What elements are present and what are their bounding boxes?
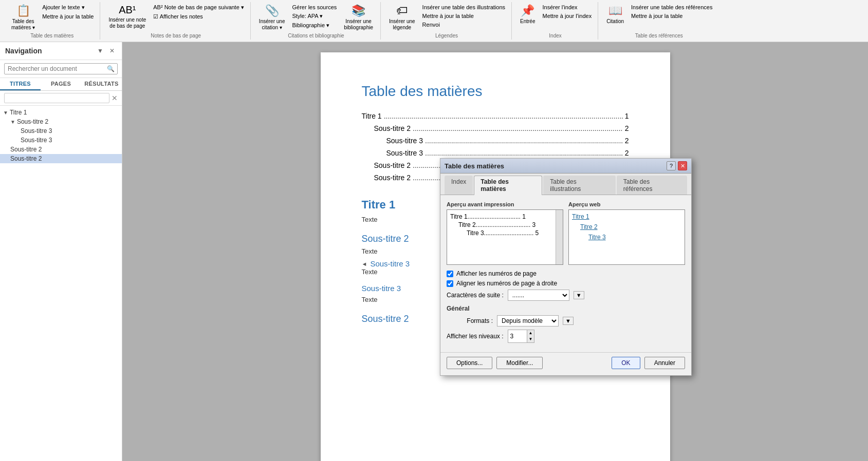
ribbon-btn-gerer-sources[interactable]: Gérer les sources [290, 3, 339, 11]
ribbon: 📋 Table desmatières ▾ Ajouter le texte ▾… [0, 0, 868, 42]
web-link-titre1[interactable]: Titre 1 [572, 213, 681, 220]
checkbox-align-right[interactable] [447, 280, 453, 287]
checkbox-page-numbers[interactable] [447, 271, 453, 277]
ribbon-btn-citation-ref[interactable]: 📖 Citation [603, 3, 627, 26]
ribbon-group-citations-label: Citations et bibliographie [288, 33, 344, 39]
ribbon-btn-toc-label: Table desmatières ▾ [11, 18, 35, 31]
ribbon-btn-maj-index[interactable]: Mettre à jour l'index [540, 12, 594, 20]
dialog-levels-row: Afficher les niveaux : ▲ ▼ [447, 330, 685, 343]
dialog-caracteres-row: Caractères de suite : ....... ------- __… [447, 290, 685, 301]
nav-tab-resultats[interactable]: RÉSULTATS [81, 78, 122, 90]
nav-minimize-btn[interactable]: ▼ [95, 46, 105, 55]
levels-spin-up[interactable]: ▲ [527, 330, 534, 336]
nav-search-input[interactable] [4, 63, 118, 74]
tree-item-soustitre3-1[interactable]: Sous-titre 3 [0, 126, 122, 136]
nav-filter-input[interactable] [4, 93, 109, 103]
ribbon-group-notes: AB¹ Insérer une notede bas de page AB² N… [101, 2, 250, 40]
ok-button[interactable]: OK [612, 357, 640, 369]
dialog-titlebar: Table des matières ? ✕ [440, 159, 691, 174]
citation-ref-icon: 📖 [608, 4, 622, 17]
nav-tab-pages[interactable]: PAGES [41, 78, 81, 90]
ribbon-btn-afficher-notes[interactable]: ☑ Afficher les notes [151, 12, 246, 21]
modifier-button[interactable]: Modifier... [496, 357, 543, 369]
formats-label: Formats : [447, 317, 493, 324]
nav-tabs: TITRES PAGES RÉSULTATS [0, 78, 122, 91]
ribbon-group-legendes-label: Légendes [435, 33, 458, 39]
ribbon-btn-bibliographie[interactable]: Bibliographie ▾ [290, 21, 339, 30]
web-link-titre3[interactable]: Titre 3 [572, 234, 681, 241]
nav-search: 🔍 [0, 60, 122, 78]
ribbon-group-toc: 📋 Table desmatières ▾ Ajouter le texte ▾… [4, 2, 100, 40]
dialog-print-preview-label: Aperçu avant impression [447, 201, 563, 207]
levels-input[interactable] [508, 330, 527, 342]
ribbon-btn-note-suivante[interactable]: AB² Note de bas de page suivante ▾ [151, 3, 246, 12]
dialog-print-preview-box: Titre 1............................... 1… [447, 209, 563, 265]
legende-icon: 🏷 [396, 4, 408, 17]
ribbon-btn-toc[interactable]: 📋 Table desmatières ▾ [8, 3, 38, 32]
tree-item-soustitre3-2[interactable]: Sous-titre 3 [0, 136, 122, 145]
ribbon-btn-inserer-table-ref[interactable]: Insérer une table des références [629, 3, 714, 11]
ribbon-btn-maj-table-ref[interactable]: Mettre à jour la table [629, 12, 714, 20]
chevron-down-icon: ▼ [3, 110, 8, 116]
nav-tree: ▼ Titre 1 ▼ Sous-titre 2 Sous-titre 3 So… [0, 106, 122, 461]
ribbon-btn-table-illustrations[interactable]: Insérer une table des illustrations [420, 3, 507, 11]
search-icon[interactable]: 🔍 [107, 65, 115, 72]
preview-entry-titre3: Titre 3............................. 5 [450, 229, 560, 237]
dialog-tab-index[interactable]: Index [445, 176, 473, 195]
nav-controls: ▼ ✕ [95, 46, 117, 55]
tree-item-label: Titre 1 [10, 109, 27, 116]
levels-spin-down[interactable]: ▼ [527, 336, 534, 342]
dialog-tab-illustrations[interactable]: Table des illustrations [543, 176, 616, 195]
dialog-tab-references[interactable]: Table des références [617, 176, 687, 195]
ribbon-btn-style[interactable]: Style: APA ▾ [290, 12, 339, 21]
ribbon-btn-inserer-note[interactable]: AB¹ Insérer une notede bas de page [105, 3, 149, 30]
ribbon-btn-maj-table[interactable]: Mettre à jour la table [40, 12, 96, 21]
ribbon-btn-inserer-index[interactable]: Insérer l'index [540, 3, 594, 11]
toc-entry-soustitre3-1: Sous-titre 3 ...........................… [362, 137, 629, 145]
ribbon-group-legendes: 🏷 Insérer unelégende Insérer une table d… [382, 2, 512, 40]
collapse-arrow-icon: ◄ [362, 261, 367, 267]
toc-entry-soustitre2-1: Sous-titre 2 ...........................… [362, 124, 629, 132]
ribbon-btn-entree[interactable]: 📌 Entrée [517, 3, 538, 26]
ribbon-group-references: 📖 Citation Insérer une table des référen… [599, 2, 718, 40]
tree-item-soustitre2-1[interactable]: ▼ Sous-titre 2 [0, 117, 122, 126]
caracteres-select[interactable]: ....... ------- _______ (aucun) [508, 290, 569, 301]
ribbon-btn-ajouter-texte[interactable]: Ajouter le texte ▾ [40, 3, 96, 12]
entree-icon: 📌 [521, 4, 534, 17]
ribbon-btn-maj-table-ill[interactable]: Mettre à jour la table [420, 12, 507, 20]
preview-scrollbar[interactable] [556, 210, 563, 264]
nav-close-btn[interactable]: ✕ [107, 46, 117, 55]
tree-item-titre1[interactable]: ▼ Titre 1 [0, 108, 122, 117]
annuler-button[interactable]: Annuler [644, 357, 685, 369]
ribbon-col-references-small: Insérer une table des références Mettre … [629, 3, 714, 20]
nav-filter-clear[interactable]: ✕ [112, 94, 118, 102]
ribbon-btn-inserer-biblio[interactable]: 📚 Insérer unebibliographie [341, 3, 376, 32]
caracteres-label: Caractères de suite : [447, 292, 504, 299]
ribbon-btn-inserer-legende[interactable]: 🏷 Insérer unelégende [386, 3, 418, 32]
tree-item-label: Sous-titre 2 [10, 146, 42, 153]
ribbon-btn-inserer-citation[interactable]: 📎 Insérer unecitation ▾ [256, 3, 288, 32]
tree-item-soustitre2-2[interactable]: Sous-titre 2 [0, 145, 122, 154]
tree-item-soustitre2-selected[interactable]: Sous-titre 2 [0, 154, 122, 163]
dialog-title-buttons: ? ✕ [667, 161, 687, 170]
navigation-panel: Navigation ▼ ✕ 🔍 TITRES PAGES RÉSULTATS … [0, 42, 122, 461]
dialog-tab-toc[interactable]: Table des matières [474, 176, 542, 195]
dialog-tabs: Index Table des matières Table des illus… [440, 174, 691, 195]
options-button[interactable]: Options... [447, 357, 492, 369]
levels-spin-buttons: ▲ ▼ [527, 330, 534, 342]
web-link-titre2[interactable]: Titre 2 [572, 223, 681, 230]
dialog-print-preview-col: Aperçu avant impression Titre 1.........… [447, 201, 563, 265]
dialog-general-label: Général [447, 305, 685, 312]
dialog-title: Table des matières [445, 162, 504, 170]
nav-tab-titres[interactable]: TITRES [0, 78, 41, 90]
formats-dropdown-btn[interactable]: ▼ [563, 317, 574, 325]
dialog-close-btn[interactable]: ✕ [678, 161, 687, 170]
formats-select[interactable]: Depuis modèle Classique Distinctif Fanta… [497, 315, 559, 326]
tree-item-label: Sous-titre 3 [21, 127, 52, 135]
doc-toc-title: Table des matières [362, 83, 629, 100]
ribbon-group-references-label: Table des références [635, 33, 683, 39]
caracteres-dropdown-btn[interactable]: ▼ [574, 291, 584, 299]
dialog-toc: Table des matières ? ✕ Index Table des m… [440, 158, 692, 376]
dialog-help-btn[interactable]: ? [667, 161, 676, 170]
ribbon-btn-renvoi[interactable]: Renvoi [420, 21, 507, 29]
